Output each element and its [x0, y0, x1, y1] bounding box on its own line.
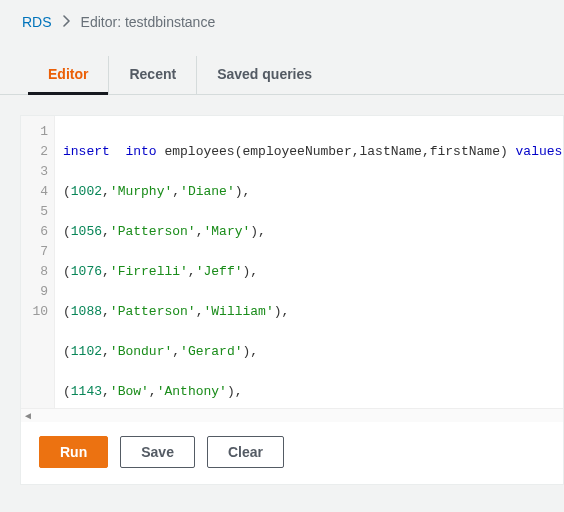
code-content[interactable]: insert into employees(employeeNumber,las… — [55, 116, 563, 408]
run-button[interactable]: Run — [39, 436, 108, 468]
chevron-right-icon — [62, 14, 71, 30]
breadcrumb: RDS Editor: testdbinstance — [0, 0, 564, 38]
sql-editor: 1 2 3 4 5 6 7 8 9 10 insert into employe… — [20, 115, 564, 485]
save-button[interactable]: Save — [120, 436, 195, 468]
editor-actions: Run Save Clear — [21, 422, 563, 484]
line-number: 9 — [21, 282, 48, 302]
line-number: 7 — [21, 242, 48, 262]
line-number: 4 — [21, 182, 48, 202]
tabs: Editor Recent Saved queries — [0, 38, 564, 95]
code-area[interactable]: 1 2 3 4 5 6 7 8 9 10 insert into employe… — [21, 116, 563, 408]
line-number: 2 — [21, 142, 48, 162]
breadcrumb-root-link[interactable]: RDS — [22, 14, 52, 30]
line-number: 10 — [21, 302, 48, 322]
line-number: 1 — [21, 122, 48, 142]
line-number-gutter: 1 2 3 4 5 6 7 8 9 10 — [21, 116, 55, 408]
tab-saved-queries[interactable]: Saved queries — [197, 56, 332, 94]
tab-recent[interactable]: Recent — [109, 56, 197, 94]
horizontal-scrollbar[interactable]: ◄ — [21, 408, 563, 422]
scroll-left-icon[interactable]: ◄ — [23, 410, 33, 421]
tab-editor[interactable]: Editor — [28, 56, 109, 94]
line-number: 6 — [21, 222, 48, 242]
line-number: 3 — [21, 162, 48, 182]
line-number: 8 — [21, 262, 48, 282]
line-number: 5 — [21, 202, 48, 222]
breadcrumb-current: Editor: testdbinstance — [81, 14, 216, 30]
clear-button[interactable]: Clear — [207, 436, 284, 468]
